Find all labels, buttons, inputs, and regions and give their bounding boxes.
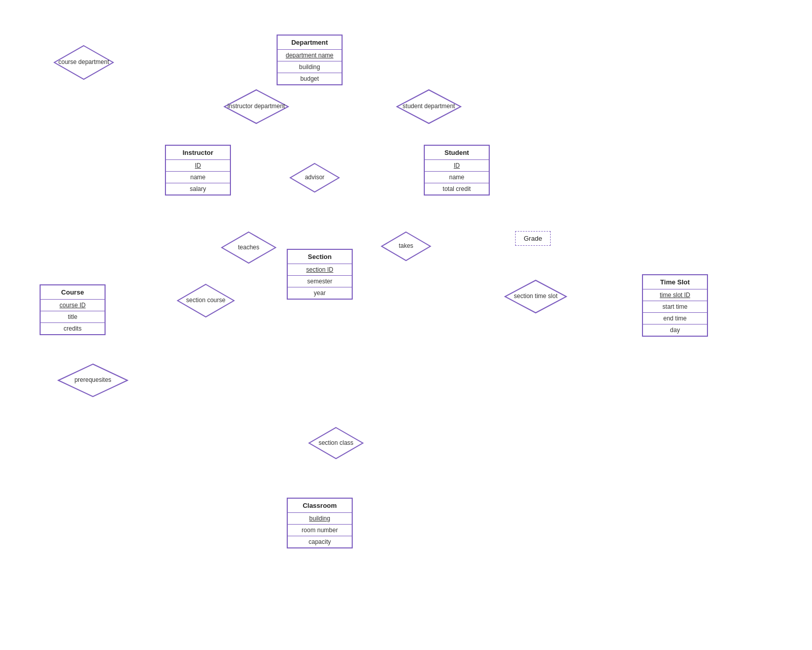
attr-department-1: building — [278, 61, 342, 73]
er-diagram: Departmentdepartment namebuildingbudgetI… — [0, 0, 812, 650]
entity-section: Sectionsection IDsemesteryear — [287, 249, 353, 300]
diamond-label-course_dept: course department — [58, 58, 109, 67]
attr-course-0: course ID — [41, 300, 105, 311]
diamond-label-inst_dept: instructor department — [227, 103, 285, 111]
diamond-inst_dept: instructor department — [223, 89, 289, 124]
diamond-prerequesites: prerequesites — [57, 363, 128, 398]
entity-department: Departmentdepartment namebuildingbudget — [277, 35, 343, 85]
diamond-section_course: section course — [177, 283, 235, 318]
svg-line-0 — [114, 62, 277, 65]
entity-title-timeslot: Time Slot — [643, 275, 707, 289]
diamond-label-section_class: section class — [319, 439, 354, 447]
attr-student-0: ID — [425, 160, 489, 171]
attr-instructor-2: salary — [166, 183, 230, 194]
entity-course: Coursecourse IDtitlecredits — [40, 284, 106, 335]
svg-line-15 — [353, 289, 504, 297]
attr-classroom-0: building — [288, 513, 352, 524]
diamond-label-student_dept: student department — [402, 103, 455, 111]
attr-course-2: credits — [41, 323, 105, 334]
attr-timeslot-0: time slot ID — [643, 289, 707, 301]
entity-classroom: Classroombuildingroom numbercapacity — [287, 498, 353, 548]
svg-line-13 — [235, 289, 287, 301]
svg-line-8 — [198, 196, 244, 231]
diamond-takes: takes — [381, 231, 431, 262]
svg-line-4 — [337, 83, 396, 104]
entity-student: StudentIDnametotal credit — [424, 145, 490, 196]
svg-line-11 — [353, 246, 381, 277]
attr-timeslot-3: day — [643, 324, 707, 336]
diamond-label-teaches: teaches — [238, 244, 259, 252]
svg-line-10 — [411, 196, 457, 231]
attr-section-2: year — [288, 287, 352, 299]
entity-title-section: Section — [288, 250, 352, 264]
attr-classroom-1: room number — [288, 525, 352, 536]
entity-title-classroom: Classroom — [288, 499, 352, 512]
svg-line-18 — [320, 460, 336, 498]
svg-line-16 — [567, 297, 642, 316]
attr-timeslot-1: start time — [643, 301, 707, 312]
attr-department-2: budget — [278, 73, 342, 84]
entity-title-student: Student — [425, 146, 489, 159]
attr-timeslot-2: end time — [643, 313, 707, 324]
diamond-teaches: teaches — [221, 231, 277, 264]
diamond-section_class: section class — [308, 427, 364, 460]
entity-title-instructor: Instructor — [166, 146, 230, 159]
svg-line-5 — [429, 124, 452, 145]
attr-department-0: department name — [278, 50, 342, 61]
grade-box: Grade — [515, 231, 551, 246]
attr-course-1: title — [41, 311, 105, 322]
attr-instructor-1: name — [166, 172, 230, 183]
entity-instructor: InstructorIDnamesalary — [165, 145, 231, 196]
svg-line-14 — [106, 301, 177, 317]
attr-section-0: section ID — [288, 264, 352, 275]
diamond-label-section_timeslot: section time slot — [514, 292, 557, 301]
attr-section-1: semester — [288, 276, 352, 287]
attr-instructor-0: ID — [166, 160, 230, 171]
diamond-label-prerequesites: prerequesites — [75, 376, 112, 384]
diamond-label-section_course: section course — [186, 297, 225, 305]
svg-line-12 — [431, 239, 515, 247]
svg-line-9 — [277, 248, 287, 277]
diamond-label-takes: takes — [399, 242, 414, 250]
entity-title-department: Department — [278, 36, 342, 49]
attr-classroom-2: capacity — [288, 536, 352, 547]
entity-title-course: Course — [41, 285, 105, 299]
diamond-advisor: advisor — [289, 162, 340, 193]
svg-line-17 — [320, 300, 336, 427]
diamond-section_timeslot: section time slot — [504, 279, 567, 314]
attr-student-1: name — [425, 172, 489, 183]
entity-timeslot: Time Slottime slot IDstart timeend timed… — [642, 274, 708, 337]
svg-line-3 — [203, 124, 256, 145]
diamond-course_dept: course department — [53, 45, 114, 80]
diamond-student_dept: student department — [396, 89, 462, 124]
diamond-label-advisor: advisor — [305, 174, 325, 182]
attr-student-2: total credit — [425, 183, 489, 194]
